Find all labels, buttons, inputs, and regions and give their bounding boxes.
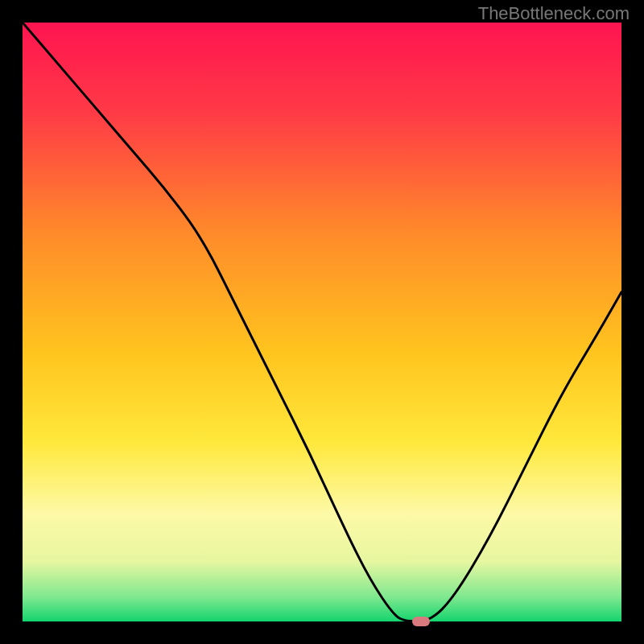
curve-layer bbox=[23, 23, 621, 621]
plot-area bbox=[23, 23, 621, 621]
watermark-text: TheBottleneck.com bbox=[478, 3, 630, 24]
chart-container: TheBottleneck.com bbox=[0, 0, 644, 644]
bottleneck-marker bbox=[412, 617, 430, 626]
bottleneck-curve bbox=[23, 23, 621, 621]
